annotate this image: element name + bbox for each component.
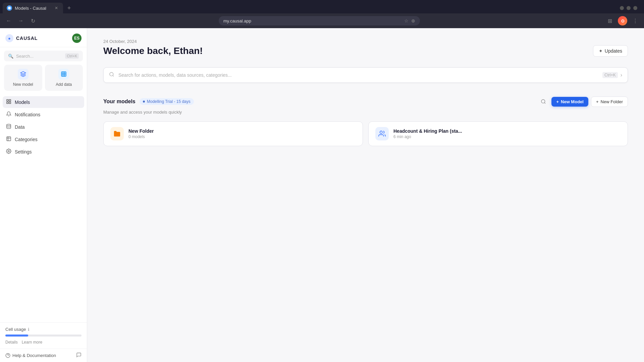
main-search-icon (109, 72, 114, 78)
new-folder-btn-label: New Folder (601, 99, 623, 104)
url-text: my.causal.app (223, 18, 251, 23)
sidebar: ● CAUSAL ES 🔍 Search... Ctrl+K New model (0, 28, 87, 362)
tab-close-button[interactable]: ✕ (54, 5, 59, 11)
browser-profile[interactable]: ⊙ (618, 16, 627, 25)
help-label: Help & Documentation (12, 353, 56, 358)
svg-rect-0 (62, 72, 66, 76)
usage-bar-fill (5, 335, 28, 337)
search-icon: 🔍 (8, 54, 13, 59)
main-search-right: Ctrl+K › (602, 72, 622, 78)
folder-card-info: New Folder 0 models (128, 128, 356, 139)
extension-icon[interactable]: ⊕ (411, 18, 415, 23)
new-model-quick-btn[interactable]: New model (4, 65, 42, 91)
notifications-nav-icon (6, 111, 11, 118)
sidebar-item-models[interactable]: Models (3, 96, 84, 108)
models-section-header: Your models Modelling Trial - 15 days + … (103, 96, 628, 107)
cell-usage-text: Cell usage (5, 327, 26, 332)
help-icon (5, 353, 10, 358)
cell-usage-label: Cell usage ℹ (5, 327, 82, 332)
sidebar-item-notifications-label: Notifications (15, 112, 40, 117)
svg-point-9 (7, 124, 11, 125)
chat-button[interactable] (76, 352, 82, 359)
svg-line-14 (113, 75, 114, 76)
learn-more-link[interactable]: Learn more (22, 340, 42, 345)
logo-icon: ● (5, 34, 13, 42)
headcount-card-meta: 6 min ago (393, 134, 621, 139)
new-model-btn-icon: + (556, 99, 559, 104)
svg-rect-6 (9, 100, 11, 101)
forward-button[interactable]: → (16, 16, 25, 25)
data-nav-icon (6, 124, 11, 130)
sidebar-bottom: Help & Documentation (0, 349, 87, 362)
tab-bar: Models - Causal ✕ + (0, 0, 644, 13)
user-avatar[interactable]: ES (72, 34, 82, 43)
svg-point-10 (8, 150, 9, 152)
usage-bar-background (5, 335, 82, 337)
active-tab[interactable]: Models - Causal ✕ (3, 3, 63, 13)
headcount-card-name: Headcount & Hiring Plan (sta... (393, 128, 621, 134)
models-grid: New Folder 0 models Headcount & Hiring P… (103, 121, 628, 146)
address-bar[interactable]: my.causal.app ☆ ⊕ (219, 16, 420, 25)
model-card-folder[interactable]: New Folder 0 models (103, 121, 363, 146)
new-folder-button[interactable]: + New Folder (591, 97, 628, 107)
new-model-icon (18, 69, 29, 79)
svg-point-13 (110, 72, 113, 76)
folder-card-meta: 0 models (128, 134, 356, 139)
reload-button[interactable]: ↻ (28, 16, 38, 25)
models-search-button[interactable] (538, 96, 549, 107)
folder-card-name: New Folder (128, 128, 356, 134)
models-nav-icon (6, 99, 11, 105)
new-model-button[interactable]: + New Model (551, 97, 588, 107)
search-shortcut: Ctrl+K (65, 53, 79, 59)
main-search-bar[interactable]: Search for actions, models, data sources… (103, 67, 628, 83)
updates-button[interactable]: ✦ Updates (593, 45, 628, 57)
back-button[interactable]: ← (4, 16, 13, 25)
close-button[interactable] (633, 6, 637, 10)
minimize-button[interactable] (620, 6, 624, 10)
add-data-label: Add data (56, 82, 72, 87)
sidebar-nav: Models Notifications Data Categories (0, 95, 87, 322)
extensions-icon[interactable]: ⊞ (605, 16, 614, 25)
help-link[interactable]: Help & Documentation (5, 353, 56, 358)
browser-right-icons: ⊞ ⊙ ⋮ (605, 16, 640, 25)
logo-text: CAUSAL (16, 36, 38, 41)
new-model-label: New model (13, 82, 33, 87)
sidebar-search[interactable]: 🔍 Search... Ctrl+K (4, 51, 83, 61)
sidebar-item-settings[interactable]: Settings (3, 146, 84, 158)
new-model-btn-label: New Model (561, 99, 584, 104)
svg-point-17 (380, 131, 382, 133)
sidebar-item-data[interactable]: Data (3, 121, 84, 133)
models-actions: + New Model + New Folder (538, 96, 628, 107)
page-title-row: Welcome back, Ethan! ✦ Updates (103, 45, 628, 57)
maximize-button[interactable] (627, 6, 631, 10)
sidebar-item-categories[interactable]: Categories (3, 133, 84, 145)
browser-menu-icon[interactable]: ⋮ (631, 16, 640, 25)
app-container: ● CAUSAL ES 🔍 Search... Ctrl+K New model (0, 28, 644, 362)
cell-usage-info-icon: ℹ (28, 327, 30, 332)
page-title: Welcome back, Ethan! (103, 46, 203, 56)
logo-area: ● CAUSAL (5, 34, 38, 42)
add-data-icon (58, 69, 69, 79)
tab-favicon (7, 5, 12, 11)
sidebar-item-settings-label: Settings (15, 149, 32, 155)
models-subtitle: Manage and access your models quickly (103, 110, 628, 115)
trial-label: Modelling Trial - 15 days (147, 99, 191, 104)
categories-nav-icon (6, 136, 11, 142)
star-icon[interactable]: ☆ (404, 18, 409, 23)
main-search-shortcut: Ctrl+K (602, 72, 618, 78)
new-tab-button[interactable]: + (64, 3, 74, 13)
model-card-headcount[interactable]: Headcount & Hiring Plan (sta... 6 min ag… (368, 121, 628, 146)
updates-icon: ✦ (599, 48, 603, 54)
add-data-quick-btn[interactable]: Add data (45, 65, 83, 91)
sidebar-item-notifications[interactable]: Notifications (3, 109, 84, 120)
address-bar-row: ← → ↻ my.causal.app ☆ ⊕ ⊞ ⊙ ⋮ (0, 13, 644, 28)
quick-actions: New model Add data (0, 65, 87, 95)
sidebar-item-models-label: Models (15, 100, 30, 105)
main-search-arrow: › (621, 72, 622, 78)
trial-badge: Modelling Trial - 15 days (140, 98, 194, 105)
details-link[interactable]: Details (5, 340, 18, 345)
svg-rect-8 (7, 102, 8, 104)
folder-card-icon (110, 127, 124, 140)
models-title-group: Your models Modelling Trial - 15 days (103, 98, 194, 105)
search-placeholder-text: Search... (16, 54, 62, 59)
